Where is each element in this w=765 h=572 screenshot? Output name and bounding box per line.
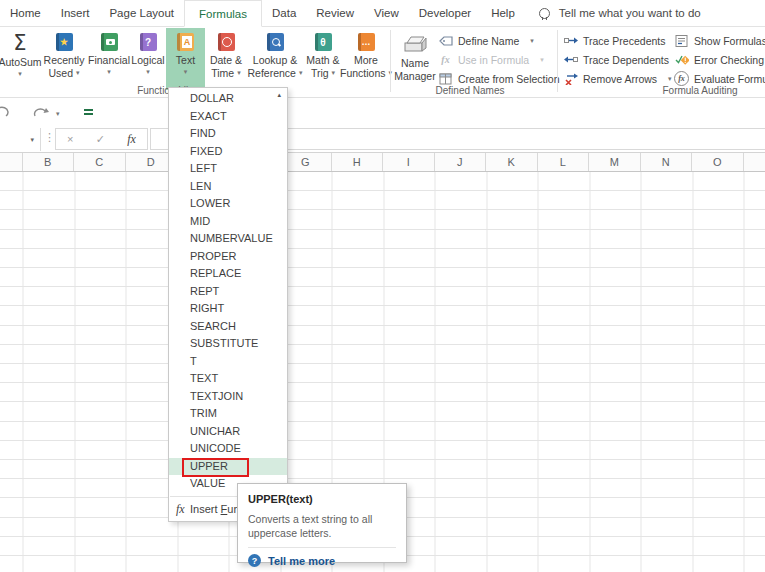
cancel-button[interactable]: ×	[67, 133, 73, 145]
menu-item-search[interactable]: SEARCH	[169, 318, 287, 336]
lookup-reference-button[interactable]: Lookup & Reference▾	[247, 28, 303, 90]
tab-data[interactable]: Data	[262, 0, 306, 26]
tab-help[interactable]: Help	[481, 0, 525, 26]
trace-dependents-icon	[563, 53, 578, 67]
menu-item-rept[interactable]: REPT	[169, 283, 287, 301]
use-in-formula-button: fx Use in Formula ▾	[438, 51, 544, 68]
create-from-selection-label: Create from Selection	[458, 73, 560, 85]
define-name-button[interactable]: Define Name ▾	[438, 32, 534, 49]
chevron-down-icon: ▾	[146, 67, 150, 77]
menu-item-proper[interactable]: PROPER	[169, 248, 287, 266]
evaluate-formula-icon: fx	[674, 72, 689, 86]
tab-formulas[interactable]: Formulas	[184, 0, 262, 27]
column-header[interactable]: I	[383, 153, 435, 171]
chevron-down-icon: ▾	[332, 68, 336, 78]
tab-page-layout[interactable]: Page Layout	[99, 0, 184, 26]
menu-item-mid[interactable]: MID	[169, 213, 287, 231]
menu-item-numbervalue[interactable]: NUMBERVALUE	[169, 230, 287, 248]
fx-icon: fx	[176, 502, 190, 517]
menu-item-unichar[interactable]: UNICHAR	[169, 423, 287, 441]
insert-function-icon[interactable]: fx	[127, 132, 136, 147]
menu-item-lower[interactable]: LOWER	[169, 195, 287, 213]
trace-precedents-icon	[563, 34, 578, 48]
menu-item-trim[interactable]: TRIM	[169, 405, 287, 423]
help-icon: ?	[248, 554, 261, 567]
math-trig-label: Math &	[306, 54, 339, 67]
financial-label: Financial	[88, 54, 130, 67]
more-functions-icon: …	[358, 33, 375, 51]
lightbulb-icon	[539, 8, 550, 19]
column-header[interactable]: O	[692, 153, 744, 171]
error-checking-label: Error Checking	[694, 54, 764, 66]
logical-button[interactable]: ? Logical ▾	[131, 28, 165, 90]
column-header[interactable]: J	[435, 153, 487, 171]
chevron-down-icon: ▾	[107, 67, 111, 77]
column-header[interactable]: B	[23, 153, 75, 171]
tab-review[interactable]: Review	[306, 0, 364, 26]
column-headers: B C D E F G H I J K L M N O	[0, 153, 765, 172]
tab-developer[interactable]: Developer	[409, 0, 481, 26]
menu-item-right[interactable]: RIGHT	[169, 300, 287, 318]
menu-item-text[interactable]: TEXT	[169, 370, 287, 388]
tooltip-title: UPPER(text)	[248, 493, 396, 505]
text-button[interactable]: A Text ▾	[166, 28, 205, 90]
show-formulas-icon	[674, 34, 689, 48]
redo-icon[interactable]	[33, 105, 50, 119]
quick-access-row: ▾	[0, 98, 765, 127]
tooltip-description-line1: Converts a text string to all	[248, 512, 396, 526]
menu-item-left[interactable]: LEFT	[169, 160, 287, 178]
name-box-dropdown-icon[interactable]: ▾	[30, 136, 34, 144]
menu-item-substitute[interactable]: SUBSTITUTE	[169, 335, 287, 353]
menu-item-t[interactable]: T	[169, 353, 287, 371]
menu-scroll-up-icon[interactable]: ▴	[277, 91, 281, 99]
column-header[interactable]: C	[74, 153, 126, 171]
chevron-down-icon[interactable]: ▾	[56, 109, 60, 119]
financial-button[interactable]: Financial ▾	[88, 28, 130, 90]
more-functions-button[interactable]: … More Functions▾	[343, 28, 389, 90]
trace-precedents-button[interactable]: Trace Precedents	[563, 32, 665, 49]
menu-item-fixed[interactable]: FIXED	[169, 143, 287, 161]
column-header-partial[interactable]	[0, 153, 23, 171]
menu-item-find[interactable]: FIND	[169, 125, 287, 143]
column-header[interactable]: K	[486, 153, 538, 171]
menu-item-len[interactable]: LEN	[169, 178, 287, 196]
use-in-formula-label: Use in Formula	[458, 54, 529, 66]
recently-used-button[interactable]: ★ Recently Used▾	[41, 28, 87, 90]
tell-me-more-link[interactable]: ? Tell me more	[248, 554, 396, 567]
column-header[interactable]: N	[641, 153, 693, 171]
column-header[interactable]: H	[332, 153, 384, 171]
date-time-button[interactable]: Date & Time▾	[206, 28, 246, 90]
annotation-highlight-box	[182, 458, 249, 477]
menu-item-unicode[interactable]: UNICODE	[169, 440, 287, 458]
undo-icon[interactable]	[0, 105, 9, 119]
sigma-icon: Σ	[13, 33, 26, 53]
tab-home[interactable]: Home	[0, 0, 51, 26]
enter-button[interactable]: ✓	[96, 133, 105, 146]
evaluate-formula-label: Evaluate Formula	[694, 73, 765, 85]
tell-me-box[interactable]: Tell me what you want to do	[539, 7, 701, 19]
formula-buttons: × ✓ fx	[55, 128, 148, 150]
define-name-label: Define Name	[458, 35, 519, 47]
name-box[interactable]: ▾	[0, 128, 41, 151]
customize-qat-icon[interactable]	[84, 109, 93, 116]
name-manager-button[interactable]: Name Manager	[394, 28, 436, 90]
tab-insert[interactable]: Insert	[51, 0, 100, 26]
logical-label: Logical	[131, 54, 164, 67]
trace-dependents-button[interactable]: Trace Dependents	[563, 51, 669, 68]
chevron-down-icon: ▾	[76, 68, 80, 78]
tab-view[interactable]: View	[364, 0, 409, 26]
math-trig-button[interactable]: θ Math & Trig▾	[304, 28, 342, 90]
column-header[interactable]: L	[538, 153, 590, 171]
column-header[interactable]: M	[589, 153, 641, 171]
formula-bar-grip-icon[interactable]: ⋮	[44, 131, 55, 144]
menu-item-dollar[interactable]: DOLLAR	[169, 90, 287, 108]
error-checking-icon	[674, 53, 689, 67]
autosum-button[interactable]: Σ AutoSum ▾	[0, 28, 40, 90]
show-formulas-button[interactable]: Show Formulas	[674, 32, 765, 49]
date-time-label: Date &	[210, 54, 242, 67]
error-checking-button[interactable]: Error Checking ▾	[674, 51, 765, 68]
menu-item-replace[interactable]: REPLACE	[169, 265, 287, 283]
column-header-partial[interactable]	[744, 153, 765, 171]
menu-item-exact[interactable]: EXACT	[169, 108, 287, 126]
menu-item-textjoin[interactable]: TEXTJOIN	[169, 388, 287, 406]
